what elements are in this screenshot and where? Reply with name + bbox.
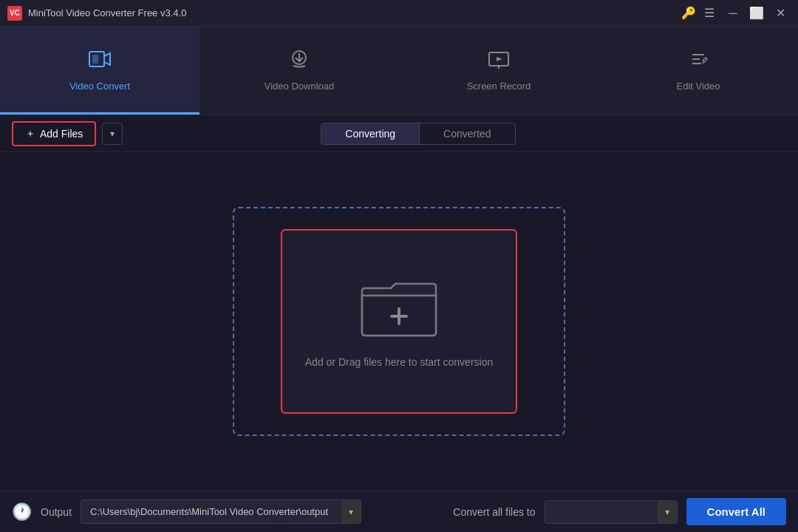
title-bar-controls: 🔑 ☰ ─ ⬜ ✕ xyxy=(681,3,791,24)
output-path-dropdown[interactable]: ▾ xyxy=(341,501,361,523)
format-value xyxy=(545,506,658,518)
tab-screen-record[interactable]: Screen Record xyxy=(399,27,598,115)
video-convert-label: Video Convert xyxy=(69,81,130,92)
svg-rect-1 xyxy=(92,55,98,64)
title-bar-left: VC MiniTool Video Converter Free v3.4.0 xyxy=(7,6,186,21)
folder-icon xyxy=(358,275,440,341)
convert-all-button[interactable]: Convert All xyxy=(686,498,786,525)
video-download-icon xyxy=(287,47,311,75)
converting-tab-button[interactable]: Converting xyxy=(321,123,420,144)
format-dropdown-button[interactable]: ▾ xyxy=(658,501,677,523)
drop-zone-text: Add or Drag files here to start conversi… xyxy=(305,356,493,368)
key-icon: 🔑 xyxy=(681,6,696,20)
converting-converted-switcher: Converting Converted xyxy=(321,123,515,145)
drop-zone-outer: Add or Drag files here to start conversi… xyxy=(233,207,565,436)
convert-all-files-to-label: Convert all files to xyxy=(453,506,535,518)
edit-video-label: Edit Video xyxy=(676,81,720,92)
tab-video-convert[interactable]: Video Convert xyxy=(0,27,200,115)
add-files-dropdown[interactable]: ▾ xyxy=(102,123,123,145)
output-path-input[interactable] xyxy=(81,500,341,523)
tab-video-download[interactable]: Video Download xyxy=(200,27,399,115)
convert-format-select: ▾ xyxy=(545,500,678,524)
app-logo: VC xyxy=(7,6,22,21)
nav-bar: Video Convert Video Download Screen Reco… xyxy=(0,27,798,115)
title-bar: VC MiniTool Video Converter Free v3.4.0 … xyxy=(0,0,798,27)
screen-record-label: Screen Record xyxy=(467,81,531,92)
drop-zone-inner[interactable]: Add or Drag files here to start conversi… xyxy=(281,229,517,414)
app-title: MiniTool Video Converter Free v3.4.0 xyxy=(28,7,186,18)
output-path-container: ▾ xyxy=(81,499,361,524)
output-label: Output xyxy=(41,506,72,518)
svg-marker-7 xyxy=(497,57,502,61)
minimize-button[interactable]: ─ xyxy=(723,3,743,24)
status-bar: 🕐 Output ▾ Convert all files to ▾ Conver… xyxy=(0,491,798,532)
restore-button[interactable]: ⬜ xyxy=(746,3,767,24)
clock-icon: 🕐 xyxy=(12,502,32,522)
hamburger-button[interactable]: ☰ xyxy=(699,3,720,24)
add-files-button[interactable]: ＋ Add Files xyxy=(12,121,96,146)
screen-record-icon xyxy=(487,47,511,75)
close-button[interactable]: ✕ xyxy=(770,3,791,24)
toolbar: ＋ Add Files ▾ Converting Converted xyxy=(0,115,798,152)
converted-tab-button[interactable]: Converted xyxy=(420,123,515,144)
add-icon: ＋ xyxy=(25,127,35,140)
tab-edit-video[interactable]: Edit Video xyxy=(598,27,798,115)
add-files-label: Add Files xyxy=(40,128,83,140)
video-convert-icon xyxy=(88,47,112,75)
main-content: Add or Drag files here to start conversi… xyxy=(0,152,798,491)
edit-video-icon xyxy=(686,47,710,75)
video-download-label: Video Download xyxy=(265,81,334,92)
